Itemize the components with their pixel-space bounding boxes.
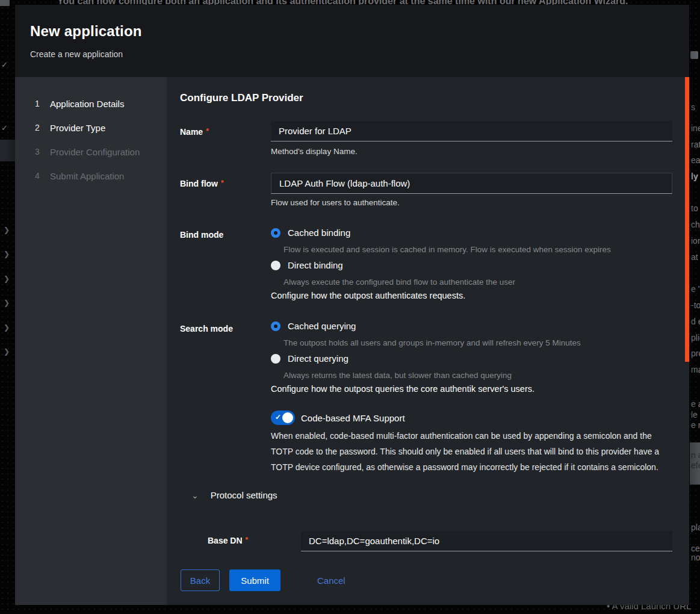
bg-right-fragments: sineratealy atochionate "c-tod eplieprom…: [690, 0, 700, 614]
background-text-fragment: d e: [691, 317, 700, 326]
background-text-fragment: at: [691, 252, 698, 262]
search-mode-direct-radio[interactable]: Direct querying: [271, 353, 348, 364]
step-submit-application: 4 Submit Application: [15, 164, 167, 188]
bind-mode-help: Configure how the outpost authenticates …: [271, 291, 465, 300]
background-text-fragment: ma: [691, 365, 700, 374]
toggle-knob: [282, 412, 293, 423]
step-label: Submit Application: [50, 171, 124, 181]
chevron-right-icon: ❯: [4, 323, 10, 332]
background-active-row: [0, 140, 15, 161]
form-title: Configure LDAP Provider: [180, 92, 303, 104]
background-text-fragment: ea: [691, 155, 700, 165]
name-help-text: Method's display Name.: [271, 147, 358, 156]
bind-mode-direct-desc: Always execute the configured bind flow …: [283, 278, 515, 287]
mfa-toggle[interactable]: ✓: [271, 411, 295, 425]
search-mode-label: Search mode: [180, 324, 233, 333]
background-copy-icon: [690, 51, 698, 59]
background-text-fragment: e a: [691, 399, 700, 409]
wizard-main-panel: Configure LDAP Provider Name* Method's d…: [167, 77, 689, 605]
search-mode-cached-desc: The outpost holds all users and groups i…: [283, 338, 581, 347]
step-number: 2: [35, 123, 50, 132]
chevron-down-icon: ⌄: [191, 492, 199, 498]
step-number: 3: [35, 147, 50, 157]
chevron-right-icon: ❯: [4, 274, 10, 283]
search-mode-direct-desc: Always returns the latest data, but slow…: [283, 371, 512, 380]
background-text-fragment: rat: [691, 140, 700, 149]
radio-selected-icon: [271, 321, 280, 331]
required-asterisk: *: [206, 127, 209, 135]
radio-unselected-icon: [271, 354, 280, 364]
mfa-description: When enabled, code-based multi-factor au…: [271, 428, 667, 475]
new-application-modal: New application Create a new application…: [15, 5, 689, 605]
modal-scrollbar[interactable]: [685, 77, 689, 362]
background-text-fragment: ine: [691, 123, 700, 133]
bind-flow-help-text: Flow used for users to authenticate.: [271, 198, 400, 207]
background-text-fragment: n a: [691, 450, 700, 460]
check-icon: ✓: [1, 123, 8, 132]
bind-mode-label: Bind mode: [180, 230, 223, 240]
search-mode-help: Configure how the outpost queries the co…: [271, 384, 534, 394]
background-text-fragment: efe: [691, 460, 700, 470]
back-button[interactable]: Back: [181, 569, 220, 591]
background-text-fragment: ces: [691, 544, 700, 553]
wizard-step-nav: 1 Application Details 2 Provider Type 3 …: [15, 77, 167, 605]
bind-flow-label: Bind flow*: [180, 179, 224, 188]
wizard-body: 1 Application Details 2 Provider Type 3 …: [15, 77, 689, 605]
step-label: Application Details: [50, 99, 124, 109]
name-label: Name*: [180, 127, 209, 137]
step-label: Provider Type: [50, 123, 105, 133]
chevron-right-icon: ❯: [4, 226, 10, 234]
modal-subtitle: Create a new application: [30, 49, 689, 59]
chevron-right-icon: ❯: [4, 347, 10, 356]
bind-mode-cached-radio[interactable]: Cached binding: [271, 228, 350, 238]
background-text-fragment: no: [691, 553, 700, 562]
step-provider-type[interactable]: 2 Provider Type: [15, 116, 167, 140]
base-dn-input[interactable]: [301, 531, 672, 551]
bind-flow-select[interactable]: LDAP Auth Flow (ldap-auth-flow): [271, 173, 672, 194]
background-text-fragment: to: [691, 203, 698, 213]
bind-mode-cached-desc: Flow is executed and session is cached i…: [283, 245, 611, 254]
background-text-fragment: ch: [691, 220, 700, 229]
required-asterisk: *: [221, 179, 224, 187]
check-icon: ✓: [1, 60, 8, 69]
base-dn-label: Base DN*: [208, 536, 248, 545]
mfa-toggle-label: Code-based MFA Support: [301, 413, 405, 423]
name-input[interactable]: [271, 121, 672, 141]
background-text-fragment: pla: [691, 523, 700, 532]
background-text-fragment: e n: [691, 420, 700, 430]
background-text-fragment: pro: [691, 349, 700, 358]
radio-unselected-icon: [271, 261, 280, 270]
background-text-fragment: -to: [691, 300, 700, 310]
background-text-fragment: plie: [691, 333, 700, 343]
bind-mode-direct-radio[interactable]: Direct binding: [271, 260, 343, 270]
background-text-fragment: s: [691, 102, 695, 112]
radio-selected-icon: [271, 228, 280, 238]
step-application-details[interactable]: 1 Application Details: [15, 91, 167, 116]
chevron-right-icon: ❯: [4, 250, 10, 258]
background-text-fragment: le ': [691, 410, 700, 420]
chevron-right-icon: ❯: [4, 299, 10, 307]
background-text-fragment: ly a: [691, 172, 700, 181]
step-number: 1: [35, 99, 50, 108]
required-asterisk: *: [246, 536, 249, 544]
check-icon: ✓: [275, 413, 281, 421]
protocol-settings-expander[interactable]: ⌄ Protocol settings: [191, 490, 277, 500]
step-provider-configuration: 3 Provider Configuration: [15, 140, 167, 164]
step-label: Provider Configuration: [50, 147, 140, 157]
modal-header: New application Create a new application: [15, 5, 689, 77]
submit-button[interactable]: Submit: [229, 569, 280, 591]
search-mode-cached-radio[interactable]: Cached querying: [271, 321, 356, 331]
background-text-fragment: ion: [691, 236, 700, 246]
background-text-fragment: e "c: [691, 284, 700, 294]
cancel-button[interactable]: Cancel: [317, 569, 345, 591]
background-scroll-handle: [0, 0, 10, 6]
step-number: 4: [35, 171, 50, 181]
modal-title: New application: [30, 23, 689, 40]
